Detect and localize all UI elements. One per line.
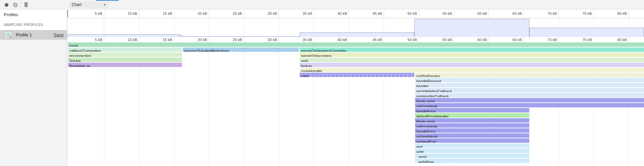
flame-bar-label: _send [415, 155, 426, 158]
flame-bar-callbackTrampoline[interactable]: callbackTrampoline [68, 47, 182, 52]
ruler-gridline [594, 37, 594, 42]
flame-bar-label: write_ [415, 150, 426, 153]
ruler-gridline [524, 37, 524, 42]
flame-bar-label: preValidationCallback [415, 89, 452, 92]
overview-depth-segment [529, 28, 644, 37]
flame-bar-label: _writeRaw [415, 160, 433, 163]
ruler-tick-label: 55 kB [428, 38, 452, 42]
profiles-heading: Profiles [0, 9, 67, 17]
toolbar: Chart ▼ [0, 0, 644, 9]
record-button[interactable] [3, 1, 10, 8]
toolbar-separator [20, 2, 21, 8]
ruler-gridline [104, 9, 104, 18]
flame-bar-handleError[interactable]: handleError [415, 108, 529, 112]
ruler-gridline [174, 9, 174, 18]
flame-bar-end[interactable]: end [415, 143, 529, 148]
flame-bar-label: (root) [68, 44, 78, 47]
flame-bar-child[interactable]: child [300, 73, 414, 77]
flame-bar-Readable.on[interactable]: Readable.on [68, 63, 182, 67]
flame-bar-_send[interactable]: _send [415, 154, 529, 158]
ruler-gridline [419, 9, 419, 18]
flame-bar-label: emit [300, 59, 308, 62]
sidebar-header: Profiles SAMPLING PROFILES [0, 9, 67, 30]
ruler-gridline [279, 37, 279, 42]
flame-bar-parserOnIncoming[interactable]: parserOnIncoming [300, 53, 644, 57]
flame-bar-routeHandler[interactable]: routeHandler [300, 68, 644, 72]
flame-gridline [209, 42, 209, 166]
flame-gridline [244, 42, 244, 166]
flame-bar-onSendHook[interactable]: onSendHook [415, 133, 529, 138]
ruler-tick-label: 25 kB [219, 11, 242, 15]
flame-bar-emit[interactable]: emit [300, 58, 644, 62]
active-tab-indicator [96, 0, 119, 1]
ruler-gridline [419, 37, 419, 42]
flame-bar-onSendEnd[interactable]: onSendEnd [415, 138, 529, 143]
delete-profile-button[interactable] [22, 1, 30, 8]
flame-bar-label: parserOnHeadersComplete [300, 49, 346, 52]
flame-bar-label: parserOnIncoming [300, 54, 332, 57]
ruler-gridline [454, 37, 454, 42]
ruler-tick-label: 75 kB [568, 11, 592, 15]
flame-bar-onErrorHook[interactable]: onErrorHook [415, 123, 529, 128]
ruler-gridline [349, 9, 349, 18]
flame-chart[interactable]: (root)callbackTrampolineprocessTicksAndR… [67, 42, 644, 166]
flame-bar-label: Socket [68, 59, 81, 62]
flame-bar-onconnection[interactable]: onconnection [68, 53, 182, 57]
flame-bar-write_[interactable]: write_ [415, 148, 529, 153]
sidebar-item-profile-1[interactable]: % Profile 1 Save [0, 30, 67, 40]
flame-bar-Socket[interactable]: Socket [68, 58, 182, 62]
ruler-tick-label: 5 kB [79, 11, 102, 15]
ruler-gridline [314, 37, 314, 42]
ruler-tick-label: 20 kB [184, 38, 207, 42]
ruler-gridline [244, 9, 244, 18]
sampling-profiles-section-title: SAMPLING PROFILES [0, 17, 67, 27]
ruler-gridline [384, 37, 384, 42]
ruler-tick-label: 25 kB [219, 38, 242, 42]
profile-icon: % [5, 31, 12, 39]
overview-gridline [209, 18, 209, 37]
ruler-gridline [314, 9, 314, 18]
flame-bar-label: callbackTrampoline [68, 49, 101, 52]
flame-bar-defaultErrorHandler[interactable]: defaultErrorHandler [415, 113, 529, 118]
flame-bar-label: processTicksAndRejections [183, 49, 229, 52]
flame-bar-handler[interactable]: handler [415, 83, 644, 87]
flame-bar-Reply.send[interactable]: Reply.send [415, 118, 529, 123]
ruler-gridline [104, 37, 104, 42]
ruler-tick-label: 45 kB [358, 38, 382, 42]
flame-bar-handleRequest[interactable]: handleRequest [415, 78, 644, 82]
ruler-tick-label: 10 kB [114, 11, 137, 15]
flame-bar-lookup[interactable]: lookup [300, 63, 644, 67]
flame-bar-Reply.send[interactable]: Reply.send [415, 98, 644, 102]
flame-bar-label: handleError [415, 109, 435, 112]
flame-bar-(root)[interactable]: (root) [68, 42, 644, 47]
flame-bar-runPreParsing[interactable]: runPreParsing [415, 73, 644, 77]
profile-name: Profile 1 [16, 32, 53, 37]
ruler-tick-label: 5 kB [79, 38, 102, 42]
sidebar: Profiles SAMPLING PROFILES % Profile 1 [0, 9, 67, 166]
save-link[interactable]: Save [53, 32, 64, 37]
ruler-gridline [629, 9, 629, 18]
flame-bar-preValidationCallback[interactable]: preValidationCallback [415, 88, 644, 92]
ruler-tick-label: 50 kB [393, 38, 417, 42]
flame-bar-preHandlerCallback[interactable]: preHandlerCallback [415, 93, 644, 97]
flame-bar-onErrorHook[interactable]: onErrorHook [415, 103, 644, 107]
view-select-value: Chart [72, 2, 81, 7]
ruler-tick-label: 60 kB [463, 38, 487, 42]
flame-bar-handleError[interactable]: handleError [415, 128, 529, 133]
ruler-tick-label: 80 kB [603, 11, 627, 15]
overview-depth-segment [414, 19, 529, 37]
overview-pane[interactable] [67, 18, 644, 37]
flame-bar-_writeRaw[interactable]: _writeRaw [415, 159, 529, 163]
ruler-tick-label: 80 kB [603, 38, 627, 42]
flame-bar-label: onErrorHook [415, 104, 437, 107]
clear-button[interactable] [11, 1, 19, 8]
ruler-top: 5 kB10 kB15 kB20 kB25 kB30 kB35 kB40 kB4… [67, 9, 644, 18]
ruler-gridline [489, 9, 489, 18]
ruler-tick-label: 15 kB [149, 11, 172, 15]
flame-bar-label: onSendHook [415, 135, 438, 138]
record-icon [5, 3, 8, 7]
flame-bar-parserOnHeadersComplete[interactable]: parserOnHeadersComplete [300, 47, 644, 52]
flame-bar-label: preHandlerCallback [415, 94, 449, 97]
chart-view-select[interactable]: Chart ▼ [69, 1, 109, 8]
flame-bar-processTicksAndRejections[interactable]: processTicksAndRejections [183, 47, 299, 52]
